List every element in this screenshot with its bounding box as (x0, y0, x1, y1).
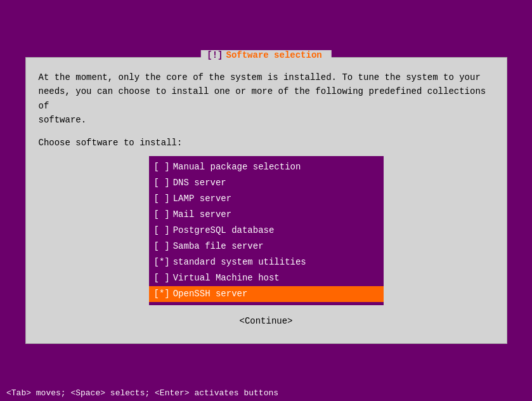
label-standard: standard system utilities (173, 256, 306, 269)
label-mail: Mail server (173, 208, 231, 221)
status-bar: <Tab> moves; <Space> selects; <Enter> ac… (0, 385, 532, 401)
list-item-vm[interactable]: [ ] Virtual Machine host (149, 270, 384, 286)
title-bracket-open: [!] (207, 50, 223, 60)
checkbox-samba: [ ] (154, 240, 170, 253)
checkbox-mail: [ ] (154, 208, 170, 221)
status-bar-text: <Tab> moves; <Space> selects; <Enter> ac… (6, 388, 278, 398)
checkbox-dns: [ ] (154, 176, 170, 190)
label-lamp: LAMP server (173, 192, 231, 206)
checkbox-postgresql: [ ] (154, 224, 170, 237)
checkbox-openssh: [*] (154, 287, 170, 301)
dialog-body: At the moment, only the core of the syst… (39, 70, 494, 328)
list-item-postgresql[interactable]: [ ] PostgreSQL database (149, 223, 384, 239)
choose-label: Choose software to install: (39, 136, 494, 150)
package-list: [ ] Manual package selection [ ] DNS ser… (149, 156, 384, 305)
checkbox-manual: [ ] (154, 161, 170, 174)
dialog-title-text: Software selection (226, 50, 321, 60)
list-item-manual[interactable]: [ ] Manual package selection (149, 159, 384, 175)
list-item-samba[interactable]: [ ] Samba file server (149, 239, 384, 254)
label-vm: Virtual Machine host (173, 272, 280, 285)
checkbox-vm: [ ] (154, 272, 170, 285)
list-item-openssh[interactable]: [*] OpenSSH server (149, 286, 384, 302)
software-selection-dialog: [!] Software selection At the moment, on… (25, 57, 507, 345)
list-item-dns[interactable]: [ ] DNS server (149, 175, 384, 191)
list-item-lamp[interactable]: [ ] LAMP server (149, 191, 384, 207)
label-samba: Samba file server (173, 240, 264, 253)
description-text: At the moment, only the core of the syst… (39, 70, 494, 128)
main-screen: [!] Software selection At the moment, on… (0, 0, 532, 401)
checkbox-standard: [*] (154, 256, 170, 269)
dialog-title-bar: [!] Software selection (200, 50, 331, 60)
label-postgresql: PostgreSQL database (173, 224, 275, 237)
label-openssh: OpenSSH server (173, 287, 248, 301)
list-item-standard[interactable]: [*] standard system utilities (149, 254, 384, 270)
list-item-mail[interactable]: [ ] Mail server (149, 207, 384, 223)
continue-wrapper: <Continue> (39, 315, 494, 327)
checkbox-lamp: [ ] (154, 192, 170, 206)
continue-button[interactable]: <Continue> (233, 315, 299, 327)
label-manual: Manual package selection (173, 161, 301, 174)
label-dns: DNS server (173, 176, 226, 190)
